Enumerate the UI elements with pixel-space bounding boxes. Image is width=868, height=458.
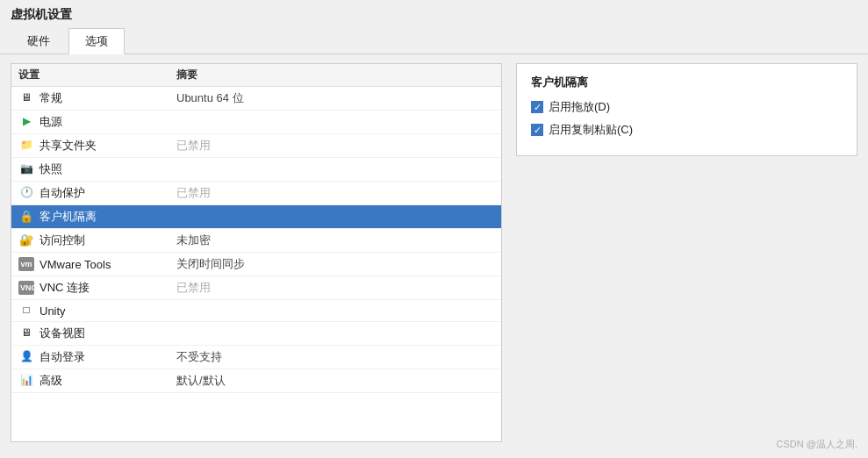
- row-name: 👤 自动登录: [18, 349, 176, 365]
- row-name: VNC VNC 连接: [18, 280, 176, 296]
- row-value: 已禁用: [176, 280, 494, 296]
- col-setting-header: 设置: [18, 68, 176, 82]
- col-summary-header: 摘要: [176, 68, 494, 82]
- row-label: Unity: [39, 304, 66, 318]
- table-row[interactable]: 🖥 设备视图: [11, 322, 501, 346]
- row-name: vm VMware Tools: [18, 257, 176, 271]
- table-row[interactable]: 👤 自动登录 不受支持: [11, 346, 501, 369]
- row-name: 🖥 设备视图: [18, 326, 176, 341]
- row-label: 快照: [39, 161, 62, 177]
- row-value: 默认/默认: [176, 373, 494, 389]
- tabs-bar: 硬件 选项: [0, 28, 868, 54]
- row-name: 📁 共享文件夹: [18, 138, 176, 154]
- row-value: 关闭时间同步: [176, 256, 494, 272]
- row-name: 🔐 访问控制: [18, 233, 176, 248]
- row-name: 🕐 自动保护: [18, 185, 176, 201]
- watermark: CSDN @温人之周.: [777, 438, 857, 451]
- vm-icon: vm: [18, 257, 34, 271]
- row-name: 📊 高级: [18, 373, 176, 389]
- row-value: 已禁用: [176, 185, 494, 201]
- lock-open-icon: 🔐: [18, 233, 34, 247]
- table-row[interactable]: ▶ 电源: [11, 111, 501, 134]
- chart-icon: 📊: [18, 374, 34, 388]
- power-icon: ▶: [18, 115, 34, 129]
- row-label: 访问控制: [39, 233, 85, 248]
- table-row[interactable]: vm VMware Tools 关闭时间同步: [11, 253, 501, 276]
- clock-icon: 🕐: [18, 186, 34, 200]
- table-row[interactable]: 🖥 常规 Ubuntu 64 位: [11, 87, 501, 111]
- row-label: 共享文件夹: [39, 138, 97, 154]
- checkbox-enable-drag[interactable]: [531, 101, 543, 113]
- isolation-panel: 客户机隔离 启用拖放(D) 启用复制粘贴(C): [516, 63, 857, 156]
- checkbox-enable-copy-paste[interactable]: [531, 124, 543, 136]
- table-row[interactable]: 📁 共享文件夹 已禁用: [11, 134, 501, 158]
- tab-hardware[interactable]: 硬件: [11, 28, 67, 54]
- row-label: 高级: [39, 373, 62, 389]
- user-icon: 👤: [18, 350, 34, 364]
- row-label: 常规: [39, 90, 62, 106]
- right-panel: 客户机隔离 启用拖放(D) 启用复制粘贴(C): [516, 63, 857, 442]
- page-title: 虚拟机设置: [0, 0, 868, 28]
- row-label: 设备视图: [39, 326, 85, 341]
- tab-options[interactable]: 选项: [68, 28, 125, 54]
- table-row[interactable]: 🔒 客户机隔离: [11, 205, 501, 229]
- box-icon: □: [18, 304, 34, 318]
- table-row[interactable]: 🔐 访问控制 未加密: [11, 229, 501, 253]
- camera-icon: 📷: [18, 162, 34, 176]
- isolation-title: 客户机隔离: [531, 75, 843, 90]
- row-value: 未加密: [176, 233, 494, 248]
- row-value: Ubuntu 64 位: [176, 90, 494, 106]
- row-label: VNC 连接: [39, 280, 90, 296]
- lock-icon: 🔒: [18, 210, 34, 224]
- folder-icon: 📁: [18, 139, 34, 153]
- checkbox-label-enable-copy-paste: 启用复制粘贴(C): [549, 122, 633, 138]
- row-name: 🖥 常规: [18, 90, 176, 106]
- checkbox-label-enable-drag: 启用拖放(D): [549, 99, 610, 115]
- table-row[interactable]: 📊 高级 默认/默认: [11, 369, 501, 393]
- table-row[interactable]: □ Unity: [11, 300, 501, 322]
- table-row[interactable]: VNC VNC 连接 已禁用: [11, 276, 501, 300]
- vnc-icon: VNC: [18, 281, 34, 295]
- isolation-option[interactable]: 启用拖放(D): [531, 99, 843, 115]
- row-name: 🔒 客户机隔离: [18, 209, 176, 225]
- row-name: □ Unity: [18, 304, 176, 318]
- settings-table: 设置 摘要 🖥 常规 Ubuntu 64 位 ▶ 电源 📁 共享文件夹 已禁用 …: [11, 63, 502, 442]
- row-label: VMware Tools: [39, 258, 111, 271]
- screen-icon: 🖥: [18, 326, 34, 340]
- row-label: 客户机隔离: [39, 209, 97, 225]
- row-value: 不受支持: [176, 349, 494, 365]
- row-label: 自动登录: [39, 349, 85, 365]
- row-label: 电源: [39, 114, 62, 130]
- table-row[interactable]: 🕐 自动保护 已禁用: [11, 182, 501, 205]
- isolation-option[interactable]: 启用复制粘贴(C): [531, 122, 843, 138]
- row-label: 自动保护: [39, 185, 85, 201]
- table-row[interactable]: 📷 快照: [11, 158, 501, 182]
- row-name: 📷 快照: [18, 161, 176, 177]
- monitor-icon: 🖥: [18, 91, 34, 105]
- row-name: ▶ 电源: [18, 114, 176, 130]
- row-value: 已禁用: [176, 138, 494, 154]
